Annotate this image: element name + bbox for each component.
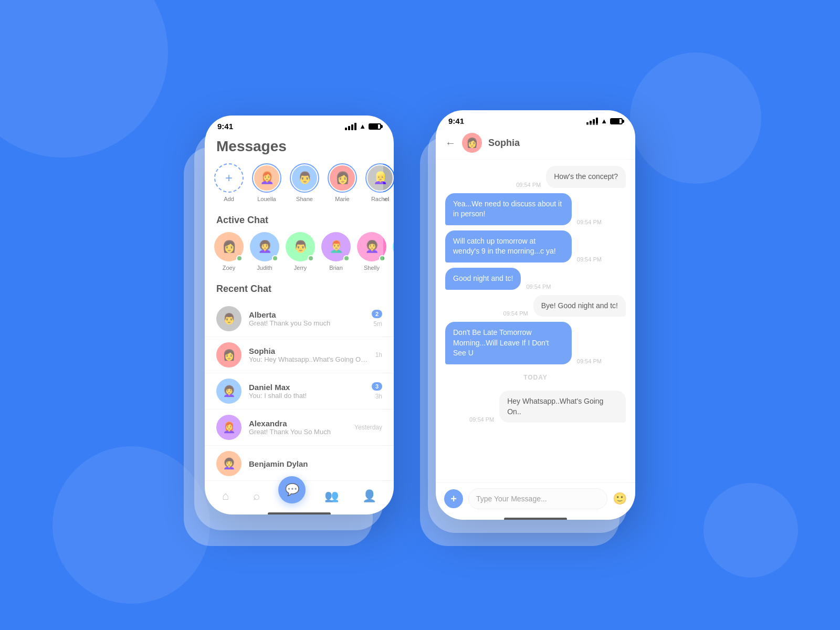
active-shelly[interactable]: 👩‍🦱 Shelly (357, 232, 386, 271)
input-area: + 🙂 (436, 482, 635, 514)
wifi-icon: ▲ (359, 122, 366, 130)
chat-item-alexandra[interactable]: 👩‍🦰 Alexandra Great! Thank You So Much Y… (205, 410, 394, 446)
story-louella-label: Louella (257, 196, 276, 202)
nav-profile[interactable]: 👤 (357, 487, 382, 505)
right-battery-icon (610, 118, 623, 124)
left-status-bar: 9:41 ▲ (205, 116, 394, 134)
msg-bubble-4: Good night and tc! (445, 268, 521, 290)
nav-chat-fab[interactable]: 💬 (278, 476, 306, 503)
msg-row-1: 09:54 PM How's the concept? (445, 166, 626, 188)
active-jerry[interactable]: 👨 Jerry (286, 232, 315, 271)
msg-bubble-2: Yea...We need to discuss about it in per… (445, 193, 572, 225)
story-rachel[interactable]: 👱‍♀️ Rachel (365, 163, 394, 202)
recent-chat-list: 👨 Alberta Great! Thank you So much 2 5m … (205, 301, 394, 480)
right-wifi-icon: ▲ (601, 117, 607, 125)
msg-row-2: Yea...We need to discuss about it in per… (445, 193, 626, 225)
battery-icon (369, 123, 381, 130)
msg-row-6: Don't Be Late Tomorrow Morning...Will Le… (445, 322, 626, 364)
msg-row-5: 09:54 PM Bye! Good night and tc! (445, 295, 626, 317)
message-input[interactable] (468, 488, 607, 509)
chat-contact-name: Sophia (488, 138, 626, 149)
left-phone-content: Messages + Add 👩‍🦰 Louella (205, 134, 394, 514)
msg-bubble-7: Hey Whatsapp..What's Going On.. (499, 391, 626, 423)
right-time: 9:41 (448, 117, 464, 125)
active-regina[interactable]: 👩 Regina (393, 232, 394, 271)
messages-area: 09:54 PM How's the concept? Yea...We nee… (436, 160, 635, 482)
right-phone-content: ← 👩 Sophia 09:54 PM How's the concept? Y… (436, 129, 635, 520)
right-signal-bars (586, 118, 598, 125)
msg-bubble-1: How's the concept? (546, 166, 626, 188)
msg-row-4: Good night and tc! 09:54 PM (445, 268, 626, 290)
story-louella[interactable]: 👩‍🦰 Louella (252, 163, 281, 202)
right-status-icons: ▲ (586, 117, 623, 125)
emoji-btn[interactable]: 🙂 (613, 492, 627, 506)
msg-bubble-3: Will catch up tomorrow at wendy's 9 in t… (445, 230, 572, 262)
chat-phone: 9:41 ▲ ← � (436, 110, 635, 520)
active-judith[interactable]: 👩‍🦱 Judith (250, 232, 279, 271)
msg-bubble-6: Don't Be Late Tomorrow Morning...Will Le… (445, 322, 572, 364)
active-chat-row: 👩 Zoey 👩‍🦱 Judith � (205, 232, 394, 281)
recent-chat-label: Recent Chat (205, 281, 394, 301)
story-add[interactable]: + Add (214, 163, 244, 202)
chat-item-danielmax[interactable]: 👩‍🦱 Daniel Max You: I shall do that! 3 3… (205, 373, 394, 410)
story-add-label: Add (224, 196, 234, 202)
chat-item-alberta[interactable]: 👨 Alberta Great! Thank you So much 2 5m (205, 301, 394, 337)
story-marie-label: Marie (335, 196, 350, 202)
chat-item-benjamin[interactable]: 👩‍🦱 Benjamin Dylan (205, 446, 394, 480)
add-story-btn[interactable]: + (214, 163, 244, 193)
nav-search[interactable]: ⌕ (248, 487, 265, 505)
stories-row: + Add 👩‍🦰 Louella 👨 Shan (205, 163, 394, 213)
chat-header: ← 👩 Sophia (436, 129, 635, 160)
home-bar (268, 512, 331, 514)
input-add-btn[interactable]: + (444, 489, 463, 508)
msg-row-7: 09:54 PM Hey Whatsapp..What's Going On.. (445, 391, 626, 423)
messages-phone: 9:41 ▲ Messages (205, 116, 394, 514)
right-home-bar (504, 518, 567, 520)
left-status-icons: ▲ (345, 122, 381, 130)
active-chat-label: Active Chat (205, 213, 394, 232)
nav-home[interactable]: ⌂ (217, 487, 234, 505)
back-btn[interactable]: ← (445, 137, 456, 149)
msg-row-3: Will catch up tomorrow at wendy's 9 in t… (445, 230, 626, 262)
nav-group[interactable]: 👥 (319, 487, 344, 505)
bottom-nav: ⌂ ⌕ 💬 👥 👤 (205, 480, 394, 509)
story-rachel-label: Rachel (371, 196, 389, 202)
story-marie[interactable]: 👩 Marie (328, 163, 357, 202)
left-time: 9:41 (217, 122, 233, 131)
story-shane-label: Shane (296, 196, 313, 202)
msg-bubble-5: Bye! Good night and tc! (533, 295, 626, 317)
chat-item-sophia[interactable]: 👩 Sophia You: Hey Whatsapp..What's Going… (205, 337, 394, 373)
active-brian[interactable]: 👨‍🦰 Brian (321, 232, 351, 271)
signal-bars (345, 123, 356, 130)
right-status-bar: 9:41 ▲ (436, 110, 635, 129)
active-zoey[interactable]: 👩 Zoey (214, 232, 244, 271)
day-divider: TODAY (445, 370, 626, 385)
chat-contact-avatar: 👩 (462, 133, 482, 153)
page-title: Messages (205, 134, 394, 163)
story-shane[interactable]: 👨 Shane (290, 163, 319, 202)
